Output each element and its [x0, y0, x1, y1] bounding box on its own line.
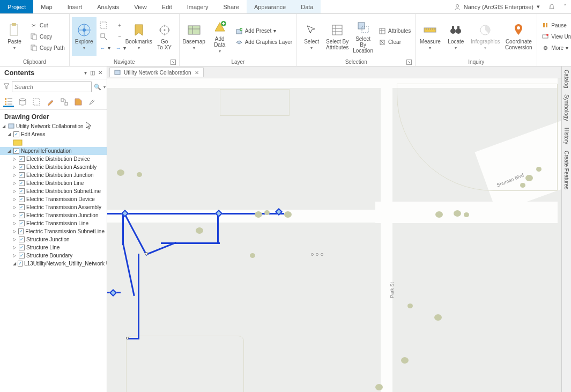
expand-icon[interactable]: ◢ — [13, 261, 16, 266]
select-button[interactable]: Select ▾ — [299, 17, 324, 56]
add-preset-button[interactable]: Add Preset▾ — [235, 26, 292, 36]
checkbox[interactable]: ✓ — [19, 245, 25, 250]
tab-appearance[interactable]: Appearance — [247, 0, 293, 13]
search-icon[interactable]: 🔍 — [94, 84, 101, 91]
more-labeling-button[interactable]: ⚙More▾ — [542, 43, 571, 53]
checkbox[interactable]: ✓ — [19, 188, 25, 194]
add-data-button[interactable]: Add Data ▾ — [207, 17, 232, 56]
layer-node[interactable]: ▷✓Structure Boundary — [0, 252, 107, 260]
expand-icon[interactable]: ▷ — [13, 221, 17, 226]
goto-xy-button[interactable]: Go To XY — [152, 17, 177, 56]
history-tab[interactable]: History — [563, 128, 569, 144]
layer-node[interactable]: ▷✓Electric Distribution Junction — [0, 171, 107, 179]
expand-icon[interactable]: ▷ — [13, 213, 17, 218]
fixed-zoom-out-button[interactable]: － — [116, 32, 123, 41]
layer-node[interactable]: ▷✓Electric Transmission Assembly — [0, 203, 107, 211]
layer-node[interactable]: ▷✓Electric Distribution SubnetLine — [0, 187, 107, 195]
checkbox[interactable]: ✓ — [19, 156, 25, 162]
tab-insert[interactable]: Insert — [60, 0, 90, 13]
search-options-icon[interactable]: ▾ — [103, 85, 106, 90]
zoom-selection-button[interactable] — [100, 32, 110, 41]
list-by-editing-icon[interactable] — [45, 97, 56, 107]
tab-edit[interactable]: Edit — [154, 0, 180, 13]
checkbox[interactable]: ✓ — [13, 148, 19, 154]
measure-button[interactable]: Measure ▾ — [418, 17, 442, 56]
collapse-icon[interactable]: ◢ — [2, 124, 6, 129]
list-by-selection-icon[interactable] — [31, 97, 42, 107]
list-by-data-source-icon[interactable] — [17, 97, 28, 107]
create-features-tab[interactable]: Create Features — [563, 151, 569, 189]
options-icon[interactable]: ▾ — [84, 70, 87, 76]
catalog-tab[interactable]: Catalog — [563, 70, 569, 88]
expand-icon[interactable]: ▷ — [13, 205, 17, 210]
view-unplaced-button[interactable]: View Unplaced — [542, 32, 571, 41]
edit-areas-node[interactable]: ◢ ✓ Edit Areas — [0, 130, 107, 138]
expand-icon[interactable]: ▷ — [13, 229, 17, 234]
map-canvas[interactable]: Shuman Blvd Park St — [107, 78, 571, 392]
collapse-ribbon-icon[interactable]: ˄ — [559, 0, 571, 13]
expand-icon[interactable]: ▷ — [13, 157, 17, 161]
checkbox[interactable]: ✓ — [19, 253, 25, 258]
checkbox[interactable]: ✓ — [19, 204, 25, 210]
select-by-location-button[interactable]: Select By Location — [351, 17, 375, 56]
expand-icon[interactable]: ▷ — [13, 253, 17, 258]
close-icon[interactable]: ✕ — [98, 70, 102, 76]
close-icon[interactable]: ✕ — [195, 70, 199, 76]
add-graphics-layer-button[interactable]: Add Graphics Layer — [235, 38, 292, 47]
dialog-launcher-icon[interactable]: ↘ — [170, 60, 176, 65]
expand-icon[interactable]: ▷ — [13, 245, 17, 250]
list-by-perceptual-icon[interactable] — [87, 97, 98, 107]
layer-node[interactable]: ▷✓Electric Distribution Assembly — [0, 163, 107, 171]
user-menu[interactable]: Nancy (ArcGIS Enterprise) ▾ — [454, 0, 544, 13]
checkbox[interactable]: ✓ — [13, 131, 19, 137]
coordinate-conversion-button[interactable]: Coordinate Conversion — [502, 17, 535, 56]
expand-icon[interactable]: ▷ — [13, 173, 17, 177]
explore-button[interactable]: Explore ▾ — [72, 17, 97, 56]
expand-icon[interactable]: ▷ — [13, 237, 17, 242]
dialog-launcher-icon[interactable]: ↘ — [406, 60, 412, 65]
bookmarks-button[interactable]: Bookmarks ▾ — [127, 17, 151, 56]
collapse-icon[interactable]: ◢ — [8, 149, 12, 153]
autohide-icon[interactable]: ◫ — [90, 70, 95, 76]
layer-node[interactable]: ▷✓Electric Transmission Junction — [0, 211, 107, 219]
checkbox[interactable]: ✓ — [19, 196, 25, 202]
locate-button[interactable]: Locate ▾ — [443, 17, 468, 56]
tab-analysis[interactable]: Analysis — [90, 0, 127, 13]
expand-icon[interactable]: ▷ — [13, 189, 17, 194]
expand-icon[interactable]: ▷ — [13, 197, 17, 202]
basemap-button[interactable]: Basemap ▾ — [182, 17, 206, 56]
tab-map[interactable]: Map — [33, 0, 60, 13]
collapse-icon[interactable]: ◢ — [8, 132, 12, 137]
cut-button[interactable]: ✂Cut — [30, 20, 65, 30]
layer-node[interactable]: ▷✓Electric Distribution Device — [0, 155, 107, 163]
fixed-zoom-in-button[interactable]: ＋ — [116, 20, 123, 30]
tab-project[interactable]: Project — [0, 0, 33, 13]
layer-node-napervillefoundation[interactable]: ◢ ✓ NapervilleFoundation — [0, 147, 107, 155]
tab-imagery[interactable]: Imagery — [180, 0, 216, 13]
layer-node[interactable]: ▷✓Electric Transmission SubnetLine — [0, 227, 107, 235]
checkbox[interactable]: ✓ — [18, 261, 23, 267]
checkbox[interactable]: ✓ — [18, 228, 24, 234]
search-input[interactable] — [12, 82, 92, 92]
list-by-labeling-icon[interactable] — [73, 97, 84, 107]
next-extent-button[interactable]: →▾ — [116, 43, 123, 53]
tab-share[interactable]: Share — [216, 0, 247, 13]
checkbox[interactable]: ✓ — [19, 180, 25, 186]
symbology-tab[interactable]: Symbology — [563, 94, 569, 121]
filter-icon[interactable] — [3, 83, 10, 91]
expand-icon[interactable]: ▷ — [13, 165, 17, 169]
checkbox[interactable]: ✓ — [19, 236, 25, 242]
checkbox[interactable]: ✓ — [19, 220, 25, 226]
copy-button[interactable]: Copy — [30, 32, 65, 41]
paste-button[interactable]: Paste ▾ — [2, 17, 27, 56]
list-by-drawing-order-icon[interactable] — [3, 97, 14, 107]
layer-node[interactable]: ▷✓Electric Distribution Line — [0, 179, 107, 187]
layer-node[interactable]: ▷✓Electric Transmission Device — [0, 195, 107, 203]
expand-icon[interactable]: ▷ — [13, 181, 17, 186]
tab-view[interactable]: View — [127, 0, 154, 13]
checkbox[interactable]: ✓ — [19, 212, 25, 218]
copy-path-button[interactable]: Copy Path — [30, 43, 65, 53]
layer-tree[interactable]: ◢ Utility Network Collaboration ◢ ✓ Edit… — [0, 122, 107, 392]
select-by-attributes-button[interactable]: Select By Attributes — [325, 17, 350, 56]
infographics-button[interactable]: Infographics ▾ — [469, 17, 501, 56]
